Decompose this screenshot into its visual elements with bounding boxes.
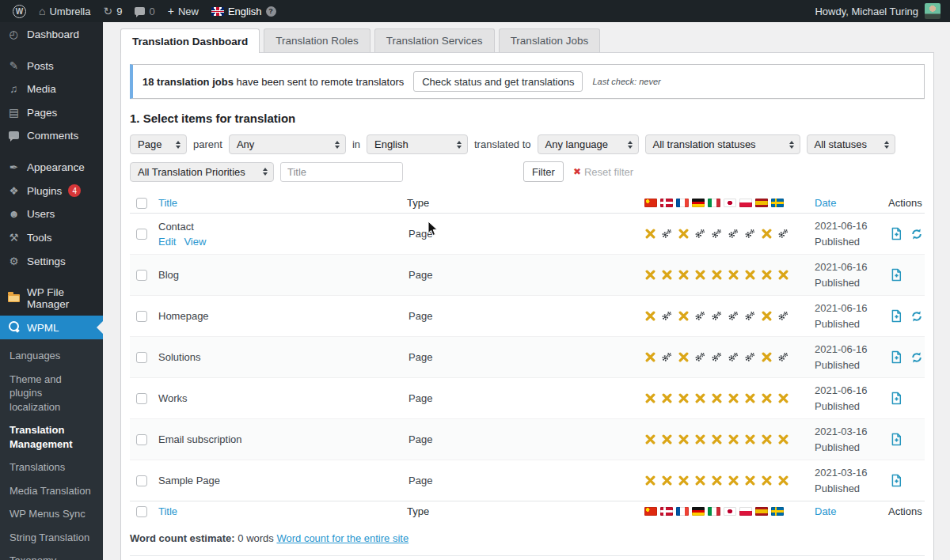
edit-link[interactable]: Edit bbox=[158, 236, 176, 248]
tab-translation-dashboard[interactable]: Translation Dashboard bbox=[120, 28, 260, 53]
target-language-select[interactable]: Any language bbox=[538, 134, 639, 154]
sidebar-item-settings[interactable]: ⚙Settings bbox=[0, 249, 103, 273]
notice-bold-text: 18 translation jobs bbox=[142, 76, 234, 88]
parent-select[interactable]: Any bbox=[229, 134, 346, 154]
language-switcher[interactable]: English? bbox=[205, 0, 283, 22]
folder-icon bbox=[7, 293, 21, 305]
plugins-icon: ❖ bbox=[7, 184, 21, 197]
row-status: Published bbox=[815, 399, 888, 414]
word-count-site-link[interactable]: Word count for the entire site bbox=[276, 532, 408, 544]
word-count-value: 0 words bbox=[238, 532, 274, 544]
sidebar-item-media[interactable]: ♫Media bbox=[0, 78, 103, 100]
refresh-translation-icon[interactable] bbox=[910, 310, 923, 323]
wordpress-menu[interactable]: W bbox=[6, 0, 32, 22]
submenu-item-languages[interactable]: Languages bbox=[0, 344, 103, 368]
row-date: 2021-03-16 bbox=[815, 424, 888, 440]
sidebar-item-wpml[interactable]: WPML bbox=[0, 316, 103, 339]
add-translation-icon[interactable] bbox=[890, 309, 903, 323]
row-status: Published bbox=[815, 234, 888, 250]
row-checkbox[interactable] bbox=[136, 311, 147, 322]
not-translated-icon bbox=[644, 229, 656, 240]
sidebar-item-tools[interactable]: ⚒Tools bbox=[0, 225, 103, 249]
updates-count: 9 bbox=[116, 6, 122, 17]
reset-filter-link[interactable]: ✖Reset filter bbox=[573, 166, 633, 178]
type-column-header: Type bbox=[407, 197, 644, 209]
not-translated-icon bbox=[644, 352, 656, 363]
settings-icon: ⚙ bbox=[7, 255, 21, 267]
add-translation-icon[interactable] bbox=[890, 474, 903, 487]
filter-button[interactable]: Filter bbox=[523, 161, 564, 182]
select-arrows-icon bbox=[335, 141, 340, 149]
row-actions bbox=[888, 227, 928, 240]
in-progress-icon bbox=[777, 229, 788, 240]
tab-translation-roles[interactable]: Translation Roles bbox=[264, 28, 370, 52]
row-checkbox[interactable] bbox=[136, 434, 147, 445]
sidebar-item-appearance[interactable]: ✒Appearance bbox=[0, 155, 103, 179]
source-language-select[interactable]: English bbox=[367, 134, 468, 154]
add-translation-icon[interactable] bbox=[890, 433, 903, 446]
row-actions bbox=[888, 474, 928, 487]
submenu-item-media-translation[interactable]: Media Translation bbox=[0, 479, 103, 503]
tab-translation-services[interactable]: Translation Services bbox=[374, 28, 495, 52]
submenu-item-wp-menus-sync[interactable]: WP Menus Sync bbox=[0, 502, 103, 526]
not-translated-icon bbox=[644, 393, 656, 404]
check-status-button[interactable]: Check status and get translations bbox=[413, 71, 583, 92]
row-checkbox[interactable] bbox=[136, 352, 147, 363]
add-translation-icon[interactable] bbox=[890, 227, 903, 240]
row-date-cell: 2021-06-16Published bbox=[815, 218, 888, 249]
row-date-cell: 2021-06-16Published bbox=[815, 259, 888, 290]
submenu-item-theme-and-plugins-localization[interactable]: Theme and plugins localization bbox=[0, 368, 103, 419]
tab-bar: Translation DashboardTranslation RolesTr… bbox=[120, 28, 934, 52]
sidebar-item-comments[interactable]: Comments bbox=[0, 124, 103, 147]
row-date: 2021-03-16 bbox=[815, 465, 888, 481]
sidebar-item-dashboard[interactable]: ◴Dashboard bbox=[0, 22, 103, 46]
updates-link[interactable]: ↻9 bbox=[97, 0, 128, 22]
submenu-item-translation-management[interactable]: Translation Management bbox=[0, 418, 103, 456]
translation-priority-select[interactable]: All Translation Priorities bbox=[130, 162, 274, 182]
add-translation-icon[interactable] bbox=[890, 350, 903, 364]
user-avatar[interactable] bbox=[925, 3, 940, 19]
parent-label: parent bbox=[193, 138, 222, 150]
sidebar-item-wp-file-manager[interactable]: WP File Manager bbox=[0, 281, 103, 316]
refresh-translation-icon[interactable] bbox=[910, 351, 923, 364]
sidebar-item-pages[interactable]: ▤Pages bbox=[0, 100, 103, 124]
refresh-translation-icon[interactable] bbox=[910, 228, 923, 240]
row-checkbox[interactable] bbox=[136, 475, 147, 486]
row-checkbox[interactable] bbox=[136, 229, 147, 240]
sidebar-item-posts[interactable]: ✎Posts bbox=[0, 54, 103, 78]
post-type-select[interactable]: Page bbox=[130, 134, 187, 154]
post-status-select[interactable]: All statuses bbox=[807, 134, 895, 154]
row-checkbox[interactable] bbox=[136, 270, 147, 281]
pages-icon: ▤ bbox=[7, 106, 21, 119]
add-translation-icon[interactable] bbox=[890, 392, 903, 405]
select-all-checkbox[interactable] bbox=[136, 198, 147, 209]
sidebar-item-users[interactable]: ☻Users bbox=[0, 202, 103, 225]
sidebar-item-plugins[interactable]: ❖Plugins4 bbox=[0, 179, 103, 202]
menu-separator bbox=[0, 273, 103, 281]
row-checkbox[interactable] bbox=[136, 393, 147, 404]
submenu-item-translations[interactable]: Translations bbox=[0, 456, 103, 479]
title-column-sort-link[interactable]: Title bbox=[158, 505, 177, 517]
select-all-checkbox[interactable] bbox=[136, 506, 147, 517]
howdy-label[interactable]: Howdy, Michael Turing bbox=[815, 6, 918, 17]
tab-translation-jobs[interactable]: Translation Jobs bbox=[499, 28, 601, 52]
not-translated-icon bbox=[761, 352, 772, 363]
submenu-item-taxonomy-translation[interactable]: Taxonomy translation bbox=[0, 549, 103, 560]
title-column-sort-link[interactable]: Title bbox=[158, 197, 177, 209]
items-table-body: ContactEditViewPage2021-06-16PublishedBl… bbox=[130, 214, 925, 501]
submenu-item-string-translation[interactable]: String Translation bbox=[0, 526, 103, 550]
appearance-icon: ✒ bbox=[7, 161, 21, 173]
in-progress-icon bbox=[661, 229, 672, 240]
comments-link[interactable]: 0 bbox=[128, 0, 161, 22]
translation-status-select[interactable]: All translation statuses bbox=[645, 134, 800, 154]
add-translation-icon[interactable] bbox=[890, 268, 903, 282]
title-search-input[interactable] bbox=[280, 162, 403, 182]
in-label: in bbox=[352, 138, 360, 150]
new-content-link[interactable]: +New bbox=[162, 0, 205, 22]
translation-status-icons bbox=[644, 270, 815, 281]
date-column-sort-link[interactable]: Date bbox=[815, 197, 836, 209]
site-name-link[interactable]: ⌂Umbrella bbox=[32, 0, 97, 22]
select-arrows-icon bbox=[884, 141, 889, 149]
view-link[interactable]: View bbox=[184, 236, 206, 248]
date-column-sort-link[interactable]: Date bbox=[815, 505, 836, 517]
